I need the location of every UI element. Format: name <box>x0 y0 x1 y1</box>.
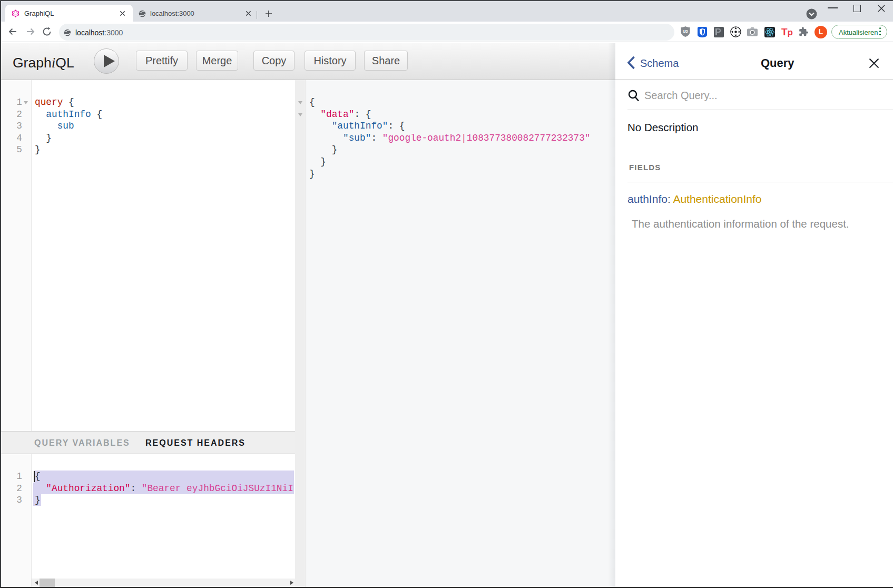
svg-text:UD: UD <box>683 30 688 33</box>
